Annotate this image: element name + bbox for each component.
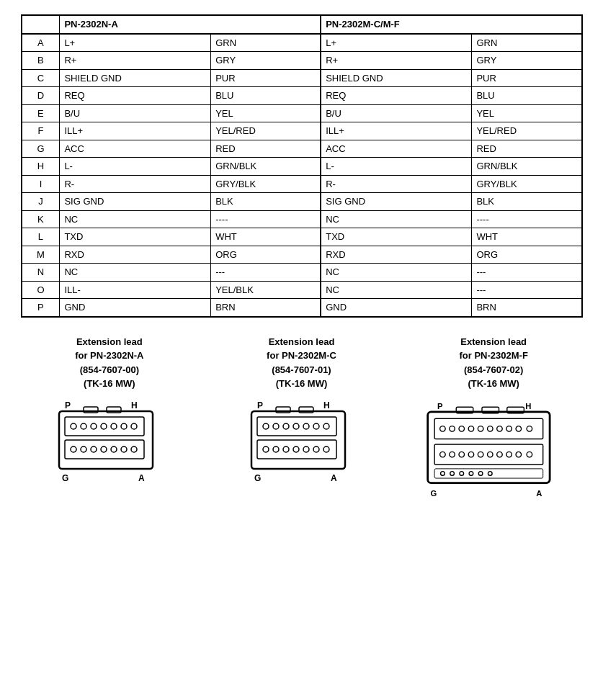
table-header-empty <box>22 15 60 34</box>
svg-point-78 <box>469 471 473 475</box>
table-row: IR-GRY/BLKR-GRY/BLK <box>22 175 582 193</box>
pin-signal-1: TXD <box>60 228 211 246</box>
svg-text:G: G <box>431 489 437 498</box>
pin-color-2: YEL/RED <box>472 122 582 140</box>
pin-color-2: RED <box>472 140 582 158</box>
pin-color-2: PUR <box>472 69 582 87</box>
table-row: OILL-YEL/BLKNC--- <box>22 281 582 299</box>
pin-color-1: YEL/BLK <box>211 281 321 299</box>
svg-text:P: P <box>65 400 71 410</box>
svg-point-53 <box>468 426 474 431</box>
svg-point-50 <box>440 426 446 431</box>
table-row: PGNDBRNGNDBRN <box>22 299 582 317</box>
table-row: HL-GRN/BLKL-GRN/BLK <box>22 158 582 176</box>
svg-point-12 <box>71 447 76 452</box>
pin-signal-1: SIG GND <box>60 193 211 211</box>
pin-letter: K <box>22 210 60 228</box>
svg-point-70 <box>527 452 532 457</box>
svg-point-8 <box>111 423 117 429</box>
pin-color-1: ---- <box>211 210 321 228</box>
pin-letter: J <box>22 193 60 211</box>
svg-point-69 <box>516 452 522 457</box>
pin-signal-2: GND <box>321 299 472 317</box>
table-row: AL+GRNL+GRN <box>22 34 582 52</box>
pin-letter: A <box>22 34 60 52</box>
svg-point-63 <box>459 452 465 457</box>
svg-text:P: P <box>257 400 263 410</box>
pin-signal-2: R+ <box>321 52 472 70</box>
pin-color-1: YEL <box>211 104 321 122</box>
svg-point-80 <box>488 471 493 475</box>
svg-point-77 <box>460 471 464 475</box>
svg-point-28 <box>273 423 279 429</box>
svg-point-68 <box>506 452 512 457</box>
svg-point-40 <box>313 447 319 452</box>
ext-label-1: Extension lead for PN-2302N-A (854-7607-… <box>75 335 143 391</box>
svg-point-65 <box>478 452 484 457</box>
pin-color-1: RED <box>211 140 321 158</box>
svg-point-75 <box>441 471 445 475</box>
pin-signal-2: ACC <box>321 140 472 158</box>
svg-point-10 <box>131 423 137 429</box>
svg-point-17 <box>121 447 127 452</box>
table-row: JSIG GNDBLKSIG GNDBLK <box>22 193 582 211</box>
pin-color-1: BLK <box>211 193 321 211</box>
svg-text:G: G <box>254 473 261 483</box>
pin-letter: C <box>22 69 60 87</box>
svg-point-54 <box>478 426 484 431</box>
pin-letter: E <box>22 104 60 122</box>
svg-point-32 <box>313 423 319 429</box>
connector-diagram-1: P H <box>52 398 167 492</box>
pin-signal-1: R+ <box>60 52 211 70</box>
pin-signal-2: L+ <box>321 34 472 52</box>
table-row: KNC----NC---- <box>22 210 582 228</box>
pin-color-1: GRY/BLK <box>211 175 321 193</box>
svg-text:H: H <box>525 402 531 410</box>
table-header-pn2302mcmf: PN-2302M-C/M-F <box>321 15 581 34</box>
pin-color-1: BRN <box>211 299 321 317</box>
svg-point-30 <box>293 423 299 429</box>
pin-signal-2: ILL+ <box>321 122 472 140</box>
svg-text:A: A <box>138 473 145 483</box>
svg-text:H: H <box>131 400 138 410</box>
svg-point-61 <box>440 452 446 457</box>
svg-point-16 <box>111 447 117 452</box>
pin-signal-1: ACC <box>60 140 211 158</box>
table-row: DREQBLUREQBLU <box>22 87 582 105</box>
pin-letter: G <box>22 140 60 158</box>
pin-signal-2: REQ <box>321 87 472 105</box>
svg-point-13 <box>81 447 86 452</box>
svg-point-27 <box>263 423 269 429</box>
svg-point-29 <box>283 423 289 429</box>
svg-point-52 <box>459 426 465 431</box>
pin-color-2: ---- <box>472 210 582 228</box>
pin-signal-1: ILL- <box>60 281 211 299</box>
pin-color-2: GRN/BLK <box>472 158 582 176</box>
pin-color-1: --- <box>211 264 321 282</box>
pin-letter: H <box>22 158 60 176</box>
pin-color-1: YEL/RED <box>211 122 321 140</box>
pin-signal-2: B/U <box>321 104 472 122</box>
pin-color-2: BLK <box>472 193 582 211</box>
svg-point-18 <box>131 447 137 452</box>
table-row: GACCREDACCRED <box>22 140 582 158</box>
pin-signal-1: B/U <box>60 104 211 122</box>
svg-point-35 <box>263 447 269 452</box>
pin-color-1: GRN/BLK <box>211 158 321 176</box>
pin-color-1: BLU <box>211 87 321 105</box>
pin-color-1: GRY <box>211 52 321 70</box>
pin-signal-2: NC <box>321 210 472 228</box>
svg-point-39 <box>303 447 309 452</box>
svg-point-33 <box>323 423 329 429</box>
pin-signal-1: L+ <box>60 34 211 52</box>
pin-letter: F <box>22 122 60 140</box>
svg-point-4 <box>71 423 76 429</box>
pin-signal-1: L- <box>60 158 211 176</box>
pin-color-2: GRY/BLK <box>472 175 582 193</box>
svg-point-36 <box>273 447 279 452</box>
extension-col-2: Extension lead for PN-2302M-C (854-7607-… <box>213 335 390 492</box>
svg-text:P: P <box>437 402 443 410</box>
table-row: BR+GRYR+GRY <box>22 52 582 70</box>
pin-signal-1: NC <box>60 210 211 228</box>
svg-point-56 <box>497 426 503 431</box>
